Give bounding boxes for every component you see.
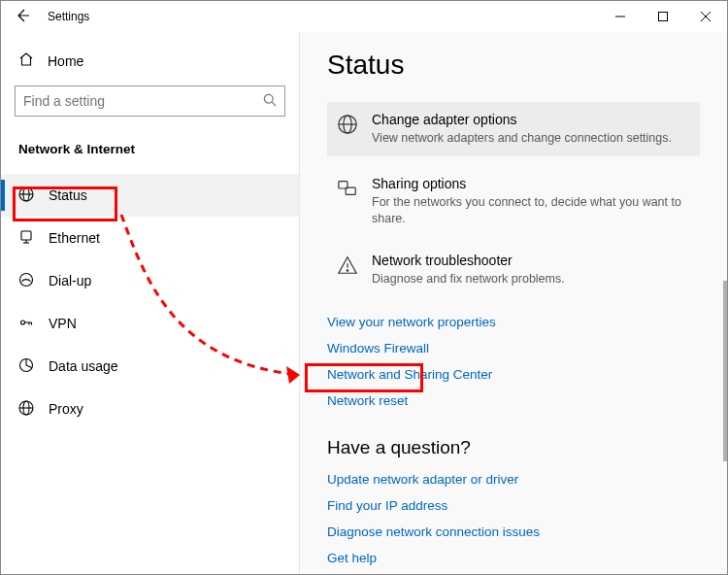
svg-rect-9 [21, 231, 31, 240]
option-title: Network troubleshooter [372, 253, 565, 268]
link-view-properties[interactable]: View your network properties [327, 309, 700, 335]
scrollbar-thumb[interactable] [723, 281, 727, 461]
close-button[interactable] [684, 1, 727, 32]
nav-item-label: Ethernet [49, 230, 100, 246]
sidebar: Home Network & Internet Status [1, 32, 299, 574]
maximize-button[interactable] [642, 1, 684, 32]
vpn-icon [18, 315, 34, 333]
link-network-sharing-center[interactable]: Network and Sharing Center [327, 361, 700, 388]
nav-item-ethernet[interactable]: Ethernet [1, 217, 299, 259]
nav-item-vpn[interactable]: VPN [1, 302, 299, 345]
nav-item-label: Data usage [49, 358, 118, 374]
back-button[interactable] [15, 8, 30, 26]
search-box[interactable] [15, 85, 285, 117]
option-desc: View network adapters and change connect… [372, 130, 672, 147]
option-title: Change adapter options [372, 112, 672, 127]
link-find-ip[interactable]: Find your IP address [327, 492, 700, 519]
minimize-button[interactable] [599, 1, 642, 32]
home-nav[interactable]: Home [1, 42, 299, 80]
option-desc: Diagnose and fix network problems. [372, 271, 565, 288]
main-container: Home Network & Internet Status [1, 32, 727, 574]
scrollbar[interactable] [713, 32, 727, 574]
search-input[interactable] [23, 93, 247, 109]
nav-item-label: Dial-up [49, 273, 91, 288]
window-title: Settings [48, 10, 89, 23]
link-get-help[interactable]: Get help [327, 545, 700, 571]
option-sharing[interactable]: Sharing options For the networks you con… [327, 166, 700, 237]
warning-icon [337, 253, 358, 288]
link-network-reset[interactable]: Network reset [327, 388, 700, 414]
nav-list: Status Ethernet Dial-up VPN [1, 174, 299, 430]
sharing-icon [337, 176, 358, 227]
status-icon [18, 186, 34, 205]
nav-item-dialup[interactable]: Dial-up [1, 259, 299, 302]
search-icon [263, 93, 277, 110]
home-icon [18, 51, 34, 70]
datausage-icon [18, 357, 34, 376]
home-label: Home [48, 53, 83, 69]
proxy-icon [18, 400, 34, 419]
svg-point-24 [347, 269, 347, 270]
link-diagnose-issues[interactable]: Diagnose network connection issues [327, 519, 700, 545]
titlebar: Settings [1, 1, 727, 32]
page-title: Status [327, 50, 700, 81]
option-desc: For the networks you connect to, decide … [372, 194, 690, 227]
link-windows-firewall[interactable]: Windows Firewall [327, 335, 700, 361]
svg-rect-1 [659, 13, 668, 21]
nav-item-label: Proxy [49, 401, 83, 417]
option-troubleshooter[interactable]: Network troubleshooter Diagnose and fix … [327, 243, 700, 297]
ethernet-icon [18, 229, 34, 248]
nav-item-label: VPN [49, 316, 77, 331]
content-panel: Status Change adapter options View netwo… [299, 32, 727, 574]
link-update-adapter[interactable]: Update network adapter or driver [327, 466, 700, 492]
nav-item-datausage[interactable]: Data usage [1, 345, 299, 388]
window-controls [599, 1, 727, 32]
nav-item-label: Status [49, 187, 87, 203]
adapter-icon [337, 112, 358, 147]
question-heading: Have a question? [327, 437, 700, 458]
nav-item-proxy[interactable]: Proxy [1, 388, 299, 430]
option-change-adapter[interactable]: Change adapter options View network adap… [327, 102, 700, 156]
svg-point-4 [264, 94, 273, 103]
category-heading: Network & Internet [1, 124, 299, 174]
dialup-icon [18, 272, 34, 290]
option-title: Sharing options [372, 176, 690, 191]
svg-line-5 [272, 102, 276, 106]
nav-item-status[interactable]: Status [1, 174, 299, 217]
svg-point-13 [21, 321, 25, 324]
